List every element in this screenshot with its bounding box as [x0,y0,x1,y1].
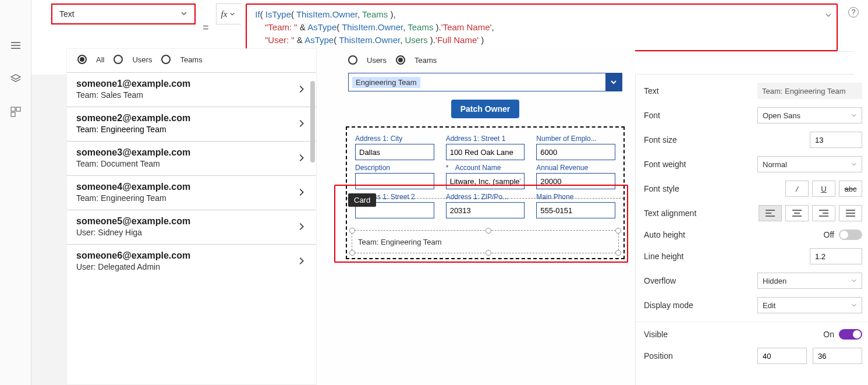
account-name-input[interactable] [446,173,525,189]
svg-rect-13 [846,213,855,214]
gallery-row[interactable]: someone6@example.comUser: Delegated Admi… [67,244,316,278]
svg-rect-6 [792,210,802,211]
svg-rect-0 [11,107,15,111]
layers-icon[interactable] [10,73,22,86]
gallery-row[interactable]: someone2@example.comTeam: Engineering Te… [67,107,316,141]
italic-button[interactable]: / [785,181,809,197]
chevron-right-icon [296,118,307,129]
svg-rect-4 [766,213,771,214]
prop-overflow[interactable]: Hidden [757,273,862,289]
owner-users-radio[interactable] [348,55,357,65]
street1-input[interactable] [446,144,525,160]
underline-button[interactable]: U [812,181,835,197]
formula-editor[interactable]: If( IsType( ThisItem.Owner, Teams ), "Te… [246,3,838,51]
phone-input[interactable] [536,202,615,218]
filter-users-radio[interactable] [114,55,123,64]
svg-rect-10 [823,213,828,214]
chevron-right-icon [296,256,307,266]
chevron-down-icon [605,73,622,91]
align-center-button[interactable] [785,205,809,221]
formula-bar-row: Text = fx If( IsType( ThisItem.Owner, Te… [31,0,868,51]
gallery-row[interactable]: someone3@example.comTeam: Document Team [67,141,316,175]
align-justify-button[interactable] [839,205,862,221]
prop-font[interactable]: Open Sans [757,107,862,123]
help-icon[interactable]: ? [848,7,859,17]
components-icon[interactable] [10,106,22,119]
chevron-right-icon [296,84,307,94]
left-rail [0,0,31,385]
filter-all-radio[interactable] [77,55,87,64]
property-selector[interactable]: Text [51,3,196,24]
prop-pos-y[interactable] [813,348,862,364]
svg-rect-7 [794,213,800,214]
strike-button[interactable]: abc [839,181,862,197]
chevron-down-icon[interactable] [825,9,832,22]
gallery-pane: All Users Teams someone1@example.comTeam… [66,48,317,385]
prop-font-size[interactable] [810,132,862,148]
form-pane: Users Teams Engineering Team Patch Owner… [317,48,635,385]
owner-teams-radio[interactable] [396,55,405,65]
form-card: Address 1: City Address 1: Street 1 Numb… [346,126,625,259]
city-input[interactable] [355,144,434,160]
selected-text-card[interactable]: Team: Engineering Team [352,230,619,253]
align-left-button[interactable] [759,205,782,221]
prop-font-weight[interactable]: Normal [757,156,862,172]
zip-input[interactable] [446,202,525,218]
svg-rect-14 [846,216,855,217]
equals-label: = [200,22,211,34]
filter-teams-radio[interactable] [161,55,171,64]
hamburger-icon[interactable] [10,40,22,53]
employees-input[interactable] [536,144,615,160]
card-tooltip: Card [348,193,376,207]
chevron-down-icon [180,9,187,19]
visible-toggle[interactable] [839,329,862,340]
prop-line-height[interactable] [810,248,862,264]
svg-rect-2 [11,112,15,116]
svg-rect-12 [846,210,855,211]
chevron-right-icon [296,187,307,197]
revenue-input[interactable] [536,173,615,189]
svg-rect-9 [819,210,828,211]
prop-pos-x[interactable] [757,348,807,364]
gallery-row[interactable]: someone5@example.comUser: Sidney Higa [67,210,316,244]
patch-owner-button[interactable]: Patch Owner [451,100,520,118]
svg-rect-8 [792,216,802,217]
auto-height-toggle[interactable] [839,229,862,240]
svg-rect-1 [16,107,20,111]
scrollbar-thumb[interactable] [310,81,315,163]
properties-panel: Text FontOpen Sans Font size Font weight… [635,75,868,385]
fx-label[interactable]: fx [216,3,242,24]
chevron-right-icon [296,153,307,163]
align-right-button[interactable] [812,205,835,221]
svg-rect-3 [766,210,775,211]
description-input[interactable] [355,173,434,189]
svg-rect-11 [819,216,828,217]
prop-display-mode[interactable]: Edit [757,297,862,313]
gallery-row[interactable]: someone1@example.comTeam: Sales Team [67,72,316,107]
chevron-right-icon [296,221,307,232]
svg-rect-5 [766,216,775,217]
team-dropdown[interactable]: Engineering Team [348,73,622,91]
gallery-row[interactable]: someone4@example.comTeam: Engineering Te… [67,175,316,210]
property-selector-label: Text [59,9,75,19]
prop-text[interactable] [757,83,862,99]
